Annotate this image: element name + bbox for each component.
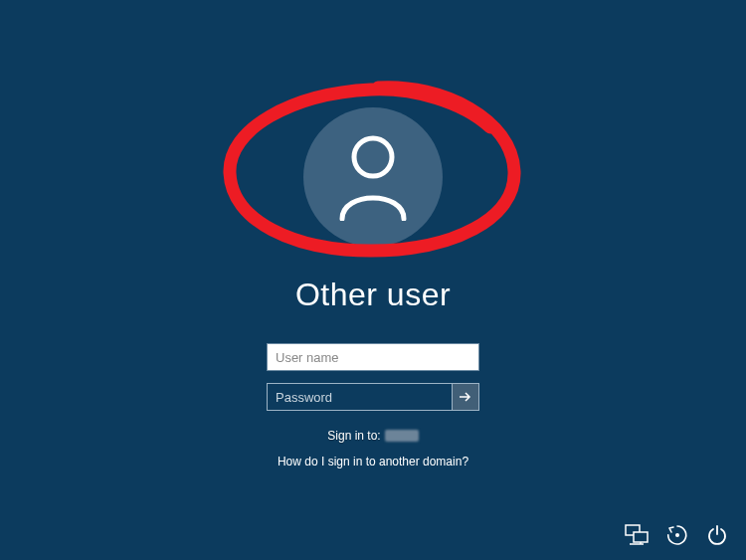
login-title: Other user [295, 277, 451, 313]
power-button[interactable] [706, 524, 728, 546]
svg-point-0 [354, 138, 392, 176]
user-icon [334, 133, 412, 221]
power-icon [706, 524, 728, 546]
domain-name-obscured [385, 430, 419, 442]
username-input[interactable] [267, 343, 479, 371]
ease-of-access-button[interactable] [666, 524, 688, 546]
svg-point-5 [675, 533, 679, 537]
network-button[interactable] [625, 524, 649, 546]
user-avatar [303, 107, 443, 247]
another-domain-link[interactable]: How do I sign in to another domain? [278, 455, 468, 468]
sign-in-to-text: Sign in to: [327, 429, 380, 443]
svg-rect-2 [634, 532, 648, 542]
sign-in-to-label: Sign in to: [327, 429, 418, 443]
ease-of-access-icon [666, 524, 688, 546]
password-input[interactable] [267, 383, 452, 411]
arrow-right-icon [458, 389, 473, 405]
submit-button[interactable] [452, 383, 479, 411]
network-icon [625, 524, 649, 546]
